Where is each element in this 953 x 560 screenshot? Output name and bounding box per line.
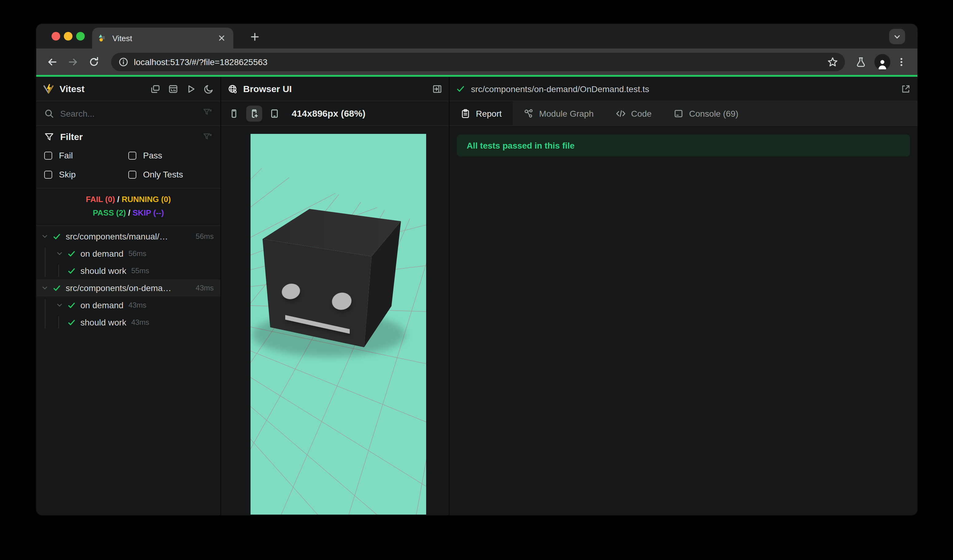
clear-filters-icon[interactable]: [203, 132, 213, 141]
tree-file-row[interactable]: src/components/on-dema…43ms: [36, 279, 220, 296]
tree-item-label: src/components/manual/…: [66, 231, 168, 241]
3d-scene: [250, 134, 426, 515]
search-input[interactable]: Search...: [36, 101, 220, 126]
vitest-favicon: [98, 34, 107, 42]
checkbox[interactable]: [128, 171, 136, 178]
site-info-icon[interactable]: [118, 57, 128, 67]
filter-option-label: Pass: [143, 150, 162, 160]
filter-option-fail[interactable]: Fail: [44, 150, 128, 160]
tree-suite-row[interactable]: on demand56ms: [36, 245, 220, 262]
tree-indent-guide: [45, 247, 45, 277]
checkbox[interactable]: [44, 171, 52, 178]
test-tree: src/components/manual/…56mson demand56ms…: [36, 226, 220, 331]
tab-search-button[interactable]: [889, 29, 905, 44]
filter-option-skip[interactable]: Skip: [44, 169, 128, 179]
summary-separator: /: [117, 195, 120, 204]
dark-mode-moon-icon[interactable]: [204, 84, 214, 94]
sidebar: Vitest: [36, 77, 221, 515]
tree-file-row[interactable]: src/components/manual/…56ms: [36, 228, 220, 245]
checkbox[interactable]: [44, 151, 52, 159]
tree-suite-row[interactable]: on demand43ms: [36, 296, 220, 314]
code-icon: [616, 109, 626, 118]
report-panel-icon[interactable]: [168, 84, 178, 94]
module-graph-icon: [524, 109, 534, 118]
tab-label: Code: [631, 109, 652, 118]
close-window-button[interactable]: [51, 32, 60, 40]
preview-title: Browser UI: [243, 84, 292, 94]
results-tab-bar: ReportModule GraphCodeConsole (69): [450, 101, 917, 126]
filter-option-pass[interactable]: Pass: [128, 150, 213, 160]
tree-item-label: should work: [81, 266, 126, 276]
device-phone-small-button[interactable]: [226, 105, 242, 121]
device-phone-plus-button[interactable]: [246, 105, 262, 121]
tree-item-duration: 43ms: [196, 284, 214, 292]
person-icon: [876, 57, 889, 70]
browser-menu-kebab-icon[interactable]: [893, 53, 910, 70]
pass-count: PASS (2): [93, 208, 126, 217]
tree-item-duration: 56ms: [128, 249, 146, 258]
pass-check-icon: [68, 250, 76, 258]
tree-test-row[interactable]: should work43ms: [36, 314, 220, 331]
open-external-icon[interactable]: [901, 84, 911, 94]
checkbox[interactable]: [128, 151, 136, 159]
url-text[interactable]: localhost:5173/#/?file=1828625563: [134, 57, 822, 67]
test-summary: FAIL (0) / RUNNING (0) PASS (2) / SKIP (…: [36, 189, 220, 226]
tree-indent-guide: [58, 265, 59, 277]
profile-avatar[interactable]: [874, 54, 890, 70]
desktop: Vitest: [0, 0, 953, 560]
tree-item-label: src/components/on-dema…: [66, 283, 171, 293]
run-all-play-icon[interactable]: [186, 84, 196, 94]
browser-window: Vitest: [36, 24, 917, 515]
bookmark-star-icon[interactable]: [824, 53, 841, 70]
device-tablet-button[interactable]: [267, 105, 282, 121]
tree-item-duration: 55ms: [131, 267, 149, 275]
filter-options: FailPassSkipOnly Tests: [44, 150, 213, 179]
search-icon: [44, 109, 54, 118]
tree-indent-guide: [45, 299, 45, 329]
forward-button[interactable]: [64, 53, 82, 70]
running-count: RUNNING (0): [121, 195, 171, 204]
all-passed-banner: All tests passed in this file: [457, 135, 910, 157]
chevron-down-icon[interactable]: [56, 251, 63, 257]
tree-test-row[interactable]: should work55ms: [36, 262, 220, 279]
vitest-logo-icon: [43, 83, 54, 94]
clear-search-filter-icon[interactable]: [203, 107, 213, 119]
globe-icon: [228, 84, 237, 94]
filter-option-label: Fail: [59, 150, 73, 160]
reload-button[interactable]: [85, 53, 102, 70]
tab-module-graph[interactable]: Module Graph: [513, 101, 605, 125]
tree-item-label: on demand: [81, 249, 123, 259]
tab-label: Module Graph: [539, 109, 593, 118]
experiments-flask-icon[interactable]: [852, 53, 869, 70]
chevron-down-icon[interactable]: [42, 233, 48, 239]
chevron-down-icon[interactable]: [56, 302, 63, 308]
dock-panel-icon[interactable]: [432, 84, 442, 94]
browser-tab-vitest[interactable]: Vitest: [92, 28, 233, 48]
filter-title: Filter: [60, 132, 82, 142]
viewport-size-label: 414x896px (68%): [292, 108, 365, 118]
pass-check-icon: [68, 301, 76, 309]
address-bar[interactable]: localhost:5173/#/?file=1828625563: [111, 53, 845, 71]
minimize-window-button[interactable]: [64, 32, 73, 40]
new-tab-button[interactable]: [248, 30, 262, 43]
chevron-down-icon: [893, 32, 902, 41]
report-icon: [461, 109, 470, 118]
tab-code[interactable]: Code: [605, 101, 663, 125]
results-header: src/components/on-demand/OnDemand.test.t…: [450, 77, 917, 101]
maximize-window-button[interactable]: [76, 32, 85, 40]
filter-funnel-icon: [44, 132, 54, 141]
pass-check-icon: [53, 284, 61, 292]
chevron-down-icon[interactable]: [42, 285, 48, 291]
back-button[interactable]: [43, 53, 61, 70]
tab-report[interactable]: Report: [450, 101, 513, 125]
filter-option-only-tests[interactable]: Only Tests: [128, 169, 213, 179]
tab-console-69[interactable]: Console (69): [663, 101, 749, 125]
tree-item-label: should work: [81, 318, 126, 327]
tested-app-viewport[interactable]: [250, 134, 426, 515]
tab-close-icon[interactable]: [216, 33, 227, 43]
tree-item-duration: 43ms: [131, 318, 149, 327]
dashboard-windows-icon[interactable]: [151, 84, 160, 94]
tab-title: Vitest: [112, 34, 216, 43]
tree-indent-guide: [58, 316, 59, 329]
tree-item-duration: 43ms: [128, 301, 146, 309]
